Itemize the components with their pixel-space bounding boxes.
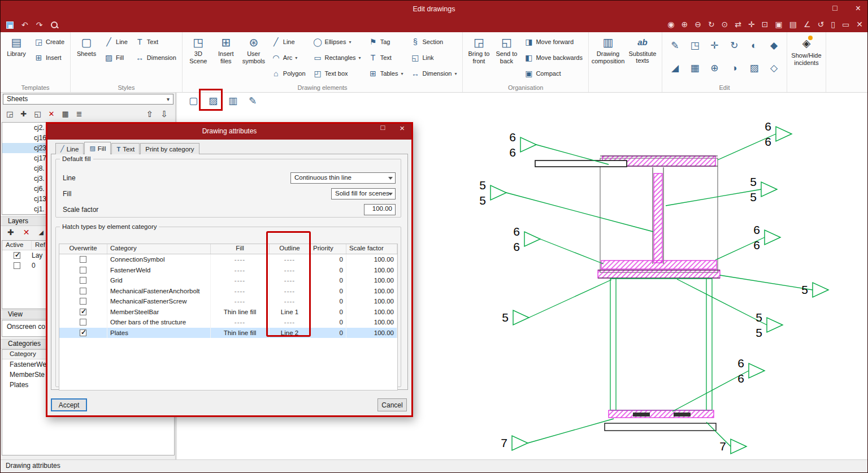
edit-erase-button[interactable]: ◢: [667, 60, 683, 76]
layer-delete-button[interactable]: ✕: [23, 228, 30, 236]
edit-mirror-button[interactable]: ◐: [746, 37, 762, 53]
sheets-button[interactable]: ▢ Sheets: [73, 34, 99, 83]
outline-cell[interactable]: ----: [270, 275, 310, 286]
edit-flip-button[interactable]: ◑: [726, 60, 742, 76]
send-to-back-button[interactable]: ◱ Send to back: [493, 34, 519, 83]
hatch-table-row[interactable]: PlatesThin line fillLine 20100.00: [59, 328, 397, 339]
user-symbols-button[interactable]: ⊛ User symbols: [241, 34, 267, 83]
scale-cell[interactable]: 100.00: [346, 307, 397, 318]
tag-button[interactable]: ⚑Tag: [366, 34, 406, 50]
layer-current-button[interactable]: ◢: [38, 229, 43, 236]
insert-files-button[interactable]: ⊞ Insert files: [213, 34, 239, 83]
fill-cell[interactable]: ----: [211, 296, 270, 307]
sheet-delete-button[interactable]: ✕: [49, 110, 55, 118]
edit-cube-button[interactable]: ◇: [766, 60, 782, 76]
fill-cell[interactable]: ----: [211, 317, 270, 328]
overwrite-checkbox[interactable]: [80, 267, 86, 274]
hatch-table-row[interactable]: Other bars of the structure--------0100.…: [59, 317, 397, 328]
section-button[interactable]: §Section: [407, 34, 459, 50]
hatch-table-row[interactable]: ConnectionSymbol--------0100.00: [59, 254, 397, 265]
overwrite-checkbox[interactable]: [80, 319, 86, 326]
overwrite-cell[interactable]: [59, 317, 107, 328]
overwrite-cell[interactable]: [59, 296, 107, 307]
zoom-original-icon[interactable]: ◉: [667, 20, 674, 28]
maximize-button[interactable]: □: [832, 4, 837, 13]
category-cell[interactable]: FastenerWeld: [107, 265, 211, 276]
dialog-close-button[interactable]: ×: [400, 124, 405, 132]
line-type-dropdown[interactable]: Continuous thin line: [290, 172, 396, 184]
hatch-table-row[interactable]: MechanicalFastenerAnchorbolt--------0100…: [59, 286, 397, 297]
overwrite-cell[interactable]: [59, 265, 107, 276]
priority-cell[interactable]: 0: [310, 254, 346, 265]
scale-cell[interactable]: 100.00: [346, 317, 397, 328]
layer-active-checkbox[interactable]: [14, 252, 20, 259]
col-priority[interactable]: Priority: [310, 244, 346, 254]
fill-cell[interactable]: ----: [211, 275, 270, 286]
substitute-texts-button[interactable]: ab Substitute texts: [626, 34, 659, 83]
hatch-table-row[interactable]: Grid--------0100.00: [59, 275, 397, 286]
col-overwrite[interactable]: Overwrite: [59, 244, 107, 254]
priority-cell[interactable]: 0: [310, 307, 346, 318]
overwrite-checkbox[interactable]: [80, 288, 86, 294]
fill-cell[interactable]: ----: [211, 265, 270, 276]
fill-style-button[interactable]: ▨Fill: [101, 50, 131, 66]
library-button[interactable]: ▤ Library: [3, 34, 29, 83]
line-style-button[interactable]: ╱Line: [101, 34, 131, 50]
scale-factor-input[interactable]: 100.00: [364, 204, 396, 215]
drawing-composition-button[interactable]: ▥ Drawing composition: [592, 34, 624, 83]
sheet-properties-button[interactable]: ▦: [62, 110, 68, 118]
sheet-add-button[interactable]: ✚: [20, 110, 27, 118]
tab-fill[interactable]: ▨Fill: [84, 142, 111, 154]
zoom-out-icon[interactable]: ⊖: [695, 20, 701, 28]
overwrite-checkbox[interactable]: [80, 309, 86, 315]
priority-cell[interactable]: 0: [310, 317, 346, 328]
scale-cell[interactable]: 100.00: [346, 254, 397, 265]
edit-trim-button[interactable]: ▦: [687, 60, 702, 76]
scale-cell[interactable]: 100.00: [346, 265, 397, 276]
edit-pencil-button[interactable]: ✎: [667, 37, 683, 53]
center-view-icon[interactable]: ⊡: [762, 20, 769, 28]
create-button[interactable]: ◲Create: [31, 34, 67, 50]
col-scale-factor[interactable]: Scale factor: [346, 244, 397, 254]
category-cell[interactable]: Plates: [107, 328, 211, 339]
search-icon[interactable]: [50, 21, 58, 29]
overwrite-cell[interactable]: [59, 275, 107, 286]
overwrite-checkbox[interactable]: [80, 256, 86, 263]
col-outline[interactable]: Outline: [270, 244, 310, 254]
outline-cell[interactable]: Line 1: [270, 307, 310, 318]
sheets-dropdown[interactable]: Sheets ▾: [3, 94, 173, 105]
close-button[interactable]: ×: [856, 4, 861, 13]
outline-cell[interactable]: ----: [270, 317, 310, 328]
outline-cell[interactable]: ----: [270, 254, 310, 265]
zoom-in-icon[interactable]: ⊕: [681, 20, 688, 28]
scale-cell[interactable]: 100.00: [346, 275, 397, 286]
edit-center-button[interactable]: ⊕: [706, 60, 722, 76]
category-cell[interactable]: ConnectionSymbol: [107, 254, 211, 265]
fill-cell[interactable]: ----: [211, 286, 270, 297]
outline-cell[interactable]: Line 2: [270, 328, 310, 339]
sheet-copy-button[interactable]: ◲: [6, 110, 13, 118]
fill-cell[interactable]: Thin line fill: [211, 307, 270, 318]
priority-cell[interactable]: 0: [310, 265, 346, 276]
cancel-button[interactable]: Cancel: [377, 398, 407, 411]
overwrite-checkbox[interactable]: [80, 298, 86, 305]
compact-button[interactable]: ▣Compact: [521, 66, 585, 81]
edit-3d-button[interactable]: ◆: [766, 37, 782, 53]
overwrite-cell[interactable]: [59, 254, 107, 265]
undo-zoom-icon[interactable]: ↺: [818, 20, 824, 28]
layer-active-checkbox[interactable]: [14, 262, 20, 269]
draw-polygon-button[interactable]: ⌂Polygon: [268, 66, 309, 81]
category-cell[interactable]: Grid: [107, 275, 211, 286]
fill-tool-button[interactable]: ▨: [206, 93, 220, 108]
overwrite-cell[interactable]: [59, 328, 107, 339]
category-cell[interactable]: MemberSteelBar: [107, 307, 211, 318]
category-cell[interactable]: MechanicalFastenerScrew: [107, 296, 211, 307]
redo-icon[interactable]: ↷: [36, 21, 43, 29]
text-style-button[interactable]: TText: [132, 34, 179, 50]
hatch-table-row[interactable]: MemberSteelBarThin line fillLine 10100.0…: [59, 307, 397, 318]
layer-add-button[interactable]: ✚: [7, 228, 14, 236]
edit-settings-button[interactable]: ✎: [245, 93, 260, 108]
close-tools-icon[interactable]: ✕: [856, 20, 863, 28]
3d-scene-button[interactable]: ◳ 3D Scene: [185, 34, 211, 83]
edit-rotate-button[interactable]: ↻: [726, 37, 742, 53]
